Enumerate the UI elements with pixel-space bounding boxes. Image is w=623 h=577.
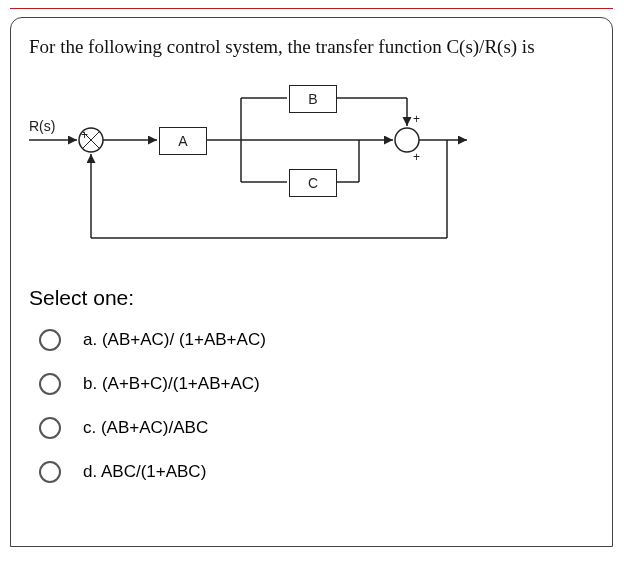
input-signal-label: R(s)	[29, 118, 55, 134]
option-d-label: d. ABC/(1+ABC)	[83, 462, 206, 482]
option-a-label: a. (AB+AC)/ (1+AB+AC)	[83, 330, 266, 350]
option-a[interactable]: a. (AB+AC)/ (1+AB+AC)	[29, 318, 594, 362]
radio-icon	[39, 329, 61, 351]
select-one-label: Select one:	[29, 286, 594, 310]
option-c-label: c. (AB+AC)/ABC	[83, 418, 208, 438]
sum1-sign: +	[81, 128, 88, 142]
block-B: B	[289, 85, 337, 113]
svg-point-15	[395, 128, 419, 152]
option-b-label: b. (A+B+C)/(1+AB+AC)	[83, 374, 260, 394]
radio-icon	[39, 417, 61, 439]
option-b[interactable]: b. (A+B+C)/(1+AB+AC)	[29, 362, 594, 406]
block-C: C	[289, 169, 337, 197]
block-diagram: R(s) + + + A B C	[29, 68, 469, 268]
radio-icon	[39, 373, 61, 395]
block-A: A	[159, 127, 207, 155]
option-c[interactable]: c. (AB+AC)/ABC	[29, 406, 594, 450]
sum2-bot-sign: +	[413, 150, 420, 164]
options-list: a. (AB+AC)/ (1+AB+AC) b. (A+B+C)/(1+AB+A…	[29, 318, 594, 494]
sum2-top-sign: +	[413, 112, 420, 126]
diagram-svg	[29, 68, 469, 268]
question-text: For the following control system, the tr…	[29, 36, 594, 58]
question-card: For the following control system, the tr…	[10, 17, 613, 547]
option-d[interactable]: d. ABC/(1+ABC)	[29, 450, 594, 494]
radio-icon	[39, 461, 61, 483]
